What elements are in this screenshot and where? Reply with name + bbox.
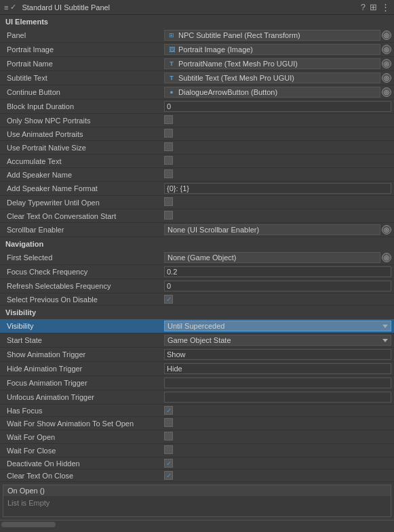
clear-text-on-conv-start-checkbox[interactable] — [164, 211, 173, 220]
prop-has-focus-value[interactable] — [161, 405, 394, 415]
prop-add-speaker-name-value[interactable] — [161, 169, 394, 180]
prop-panel-value[interactable]: ⊞ NPC Subtitle Panel (Rect Transform) ◎ — [161, 29, 394, 41]
prop-portrait-name: Portrait Name T PortraitName (Text Mesh … — [0, 57, 394, 71]
unfocus-animation-trigger-input[interactable] — [164, 392, 391, 403]
prop-hide-animation-trigger-value[interactable]: Hide — [161, 363, 394, 375]
prop-use-portrait-native-size: Use Portrait Native Size — [0, 141, 394, 155]
refresh-selectables-input[interactable]: 0 — [164, 281, 391, 291]
prop-delay-typewriter-value[interactable] — [161, 197, 394, 208]
menu-icon[interactable]: ≡ — [4, 3, 8, 12]
section-navigation-label: Navigation — [5, 240, 43, 248]
bottom-scrollbar[interactable] — [0, 520, 394, 528]
title-bar-actions: ? ⊞ ⋮ — [361, 2, 390, 12]
subtitle-text-select-btn[interactable]: ◎ — [382, 73, 391, 83]
add-speaker-name-format-input[interactable]: {0}: {1} — [164, 183, 391, 194]
only-show-npc-checkbox[interactable] — [164, 115, 173, 124]
prop-use-portrait-native-size-label: Use Portrait Native Size — [0, 144, 161, 152]
prop-deactivate-on-hidden: Deactivate On Hidden — [0, 457, 394, 470]
scrollbar-thumb[interactable] — [1, 522, 56, 527]
prop-wait-for-show-animation-value[interactable] — [161, 417, 394, 429]
continue-button-select-btn[interactable]: ◎ — [382, 87, 391, 97]
prop-wait-for-open-label: Wait For Open — [0, 433, 161, 441]
prop-accumulate-text-value[interactable] — [161, 155, 394, 167]
prop-visibility-value[interactable]: Until Superceded — [161, 320, 394, 332]
prop-accumulate-text: Accumulate Text — [0, 155, 394, 168]
more-icon[interactable]: ⋮ — [381, 2, 390, 12]
scrollbar-enabler-text: None (UI Scrollbar Enabler) — [168, 226, 377, 234]
prop-first-selected-value[interactable]: None (Game Object) ◎ — [161, 251, 394, 264]
add-speaker-name-checkbox[interactable] — [164, 169, 173, 178]
panel-object-field[interactable]: ⊞ NPC Subtitle Panel (Rect Transform) — [164, 30, 380, 41]
prop-block-input-duration-value[interactable]: 0 — [161, 100, 394, 112]
prop-wait-for-open-value[interactable] — [161, 431, 394, 443]
prop-clear-text-on-close-label: Clear Text On Close — [0, 472, 161, 480]
prop-use-portrait-native-size-value[interactable] — [161, 142, 394, 153]
block-input-duration-input[interactable]: 0 — [164, 101, 391, 112]
prop-wait-for-open: Wait For Open — [0, 430, 394, 444]
wait-for-close-checkbox[interactable] — [164, 445, 173, 454]
layout-icon[interactable]: ⊞ — [370, 2, 377, 12]
select-previous-on-disable-checkbox[interactable] — [164, 295, 173, 304]
prop-focus-check-frequency-label: Focus Check Frequency — [0, 268, 161, 276]
portrait-name-object-field[interactable]: T PortraitName (Text Mesh Pro UGUI) — [164, 58, 380, 69]
portrait-name-icon: T — [168, 60, 176, 68]
hide-animation-trigger-input[interactable]: Hide — [164, 363, 391, 374]
prop-focus-check-frequency-value[interactable]: 0.2 — [161, 266, 394, 278]
visibility-dropdown[interactable]: Until Superceded — [164, 321, 391, 331]
focus-check-frequency-input[interactable]: 0.2 — [164, 266, 391, 277]
prop-panel-label: Panel — [0, 31, 161, 39]
scrollbar-enabler-object-field[interactable]: None (UI Scrollbar Enabler) — [164, 224, 380, 235]
prop-unfocus-animation-trigger-value[interactable] — [161, 391, 394, 403]
prop-subtitle-text-value[interactable]: T Subtitle Text (Text Mesh Pro UGUI) ◎ — [161, 72, 394, 84]
prop-scrollbar-enabler: Scrollbar Enabler None (UI Scrollbar Ena… — [0, 223, 394, 237]
use-portrait-native-size-checkbox[interactable] — [164, 142, 173, 151]
first-selected-text: None (Game Object) — [168, 253, 377, 262]
prop-hide-animation-trigger-label: Hide Animation Trigger — [0, 365, 161, 373]
scrollbar-enabler-select-btn[interactable]: ◎ — [382, 225, 391, 234]
prop-refresh-selectables-value[interactable]: 0 — [161, 280, 394, 292]
prop-show-animation-trigger-value[interactable]: Show — [161, 348, 394, 361]
prop-portrait-image-value[interactable]: 🖼 Portrait Image (Image) ◎ — [161, 43, 394, 56]
prop-portrait-name-label: Portrait Name — [0, 60, 161, 68]
prop-select-previous-on-disable-value[interactable] — [161, 294, 394, 304]
subtitle-text-object-field[interactable]: T Subtitle Text (Text Mesh Pro UGUI) — [164, 73, 380, 83]
panel-select-btn[interactable]: ◎ — [382, 30, 391, 40]
portrait-image-select-btn[interactable]: ◎ — [382, 45, 391, 54]
prop-has-focus-label: Has Focus — [0, 407, 161, 415]
continue-button-object-field[interactable]: ● DialogueArrowButton (Button) — [164, 87, 380, 98]
prop-wait-for-close-value[interactable] — [161, 445, 394, 456]
has-focus-checkbox[interactable] — [164, 406, 173, 415]
prop-continue-button-value[interactable]: ● DialogueArrowButton (Button) ◎ — [161, 86, 394, 98]
start-state-dropdown[interactable]: Game Object State — [164, 335, 391, 346]
prop-portrait-image: Portrait Image 🖼 Portrait Image (Image) … — [0, 43, 394, 57]
wait-for-show-animation-checkbox[interactable] — [164, 418, 173, 427]
accumulate-text-checkbox[interactable] — [164, 156, 173, 165]
prop-only-show-npc-value[interactable] — [161, 115, 394, 126]
prop-add-speaker-name-format-value[interactable]: {0}: {1} — [161, 182, 394, 195]
prop-start-state-value[interactable]: Game Object State — [161, 334, 394, 346]
prop-use-animated-portraits-value[interactable] — [161, 128, 394, 140]
prop-clear-text-on-conv-start-value[interactable] — [161, 210, 394, 222]
prop-refresh-selectables-label: Refresh Selectables Frequency — [0, 282, 161, 290]
portrait-image-object-field[interactable]: 🖼 Portrait Image (Image) — [164, 44, 380, 55]
clear-text-on-close-checkbox[interactable] — [164, 471, 173, 480]
deactivate-on-hidden-checkbox[interactable] — [164, 459, 173, 468]
prop-scrollbar-enabler-value[interactable]: None (UI Scrollbar Enabler) ◎ — [161, 224, 394, 236]
wait-for-open-checkbox[interactable] — [164, 432, 173, 441]
section-ui-elements-label: UI Elements — [5, 18, 48, 26]
prop-deactivate-on-hidden-label: Deactivate On Hidden — [0, 459, 161, 468]
prop-use-animated-portraits: Use Animated Portraits — [0, 127, 394, 141]
focus-animation-trigger-input[interactable] — [164, 377, 391, 388]
delay-typewriter-checkbox[interactable] — [164, 197, 173, 206]
prop-portrait-name-value[interactable]: T PortraitName (Text Mesh Pro UGUI) ◎ — [161, 58, 394, 70]
prop-deactivate-on-hidden-value[interactable] — [161, 458, 394, 468]
help-icon[interactable]: ? — [361, 2, 366, 12]
prop-wait-for-close-label: Wait For Close — [0, 447, 161, 455]
prop-focus-animation-trigger-value[interactable] — [161, 377, 394, 389]
use-animated-portraits-checkbox[interactable] — [164, 129, 173, 138]
prop-clear-text-on-close-value[interactable] — [161, 470, 394, 480]
show-animation-trigger-input[interactable]: Show — [164, 349, 391, 360]
portrait-name-select-btn[interactable]: ◎ — [382, 59, 391, 68]
first-selected-select-btn[interactable]: ◎ — [382, 253, 391, 262]
first-selected-object-field[interactable]: None (Game Object) — [164, 252, 380, 263]
